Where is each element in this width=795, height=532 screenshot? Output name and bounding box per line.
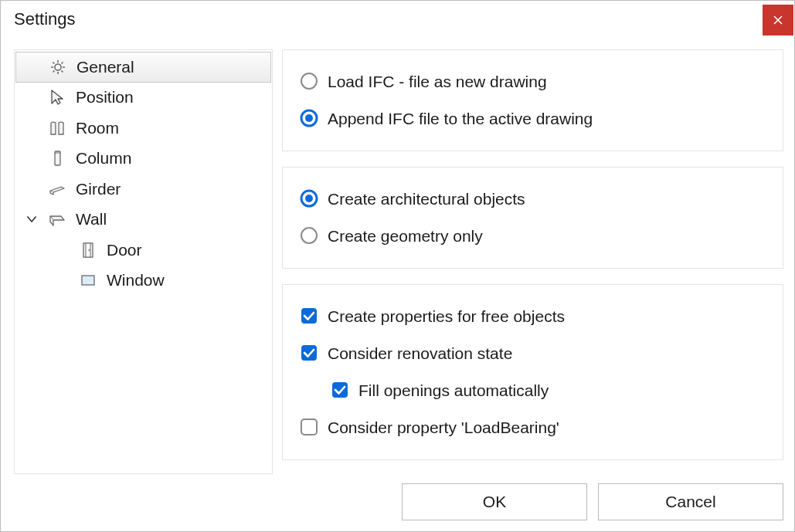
group-create-mode: Create architectural objects Create geom… xyxy=(282,167,783,269)
check-label: Consider property 'LoadBearing' xyxy=(328,419,559,435)
radio-off-icon xyxy=(300,72,318,90)
radio-load-append[interactable]: Append IFC file to the active drawing xyxy=(300,107,766,130)
group-options: Create properties for free objects Consi… xyxy=(282,284,783,460)
tree-item-window[interactable]: Window xyxy=(15,266,272,296)
check-label: Fill openings automatically xyxy=(358,382,549,398)
girder-icon xyxy=(46,178,68,200)
tree-item-wall[interactable]: Wall xyxy=(15,205,272,236)
settings-dialog: Settings General Position Room xyxy=(0,0,795,532)
chevron-down-icon[interactable] xyxy=(25,214,39,225)
radio-label: Load IFC - file as new drawing xyxy=(328,73,547,90)
tree-item-room[interactable]: Room xyxy=(15,113,272,144)
check-consider-renovation[interactable]: Consider renovation state xyxy=(300,342,766,365)
cancel-button[interactable]: Cancel xyxy=(598,483,783,520)
column-icon xyxy=(46,147,68,169)
radio-create-arch[interactable]: Create architectural objects xyxy=(300,188,766,211)
dialog-body: General Position Room Column Girder xyxy=(1,38,794,483)
tree-item-label: Girder xyxy=(76,180,121,198)
tree-item-label: Wall xyxy=(76,210,107,229)
close-button[interactable] xyxy=(763,5,793,36)
close-icon xyxy=(772,14,784,26)
wall-icon xyxy=(46,208,68,230)
tree-item-position[interactable]: Position xyxy=(15,83,272,114)
tree-item-label: General xyxy=(76,58,134,76)
radio-label: Create architectural objects xyxy=(328,191,525,207)
tree-item-column[interactable]: Column xyxy=(15,144,272,175)
radio-on-icon xyxy=(300,109,318,127)
check-create-properties[interactable]: Create properties for free objects xyxy=(300,305,766,328)
options-panel: Load IFC - file as new drawing Append IF… xyxy=(282,49,783,474)
tree-item-label: Column xyxy=(76,149,131,168)
checkbox-on-icon xyxy=(300,307,318,325)
check-fill-openings[interactable]: Fill openings automatically xyxy=(300,379,766,402)
category-tree: General Position Room Column Girder xyxy=(14,49,273,474)
gear-icon xyxy=(47,56,69,78)
cursor-icon xyxy=(46,86,68,108)
checkbox-on-icon xyxy=(300,344,318,362)
tree-item-label: Position xyxy=(76,88,134,107)
tree-item-label: Room xyxy=(76,119,119,137)
checkbox-on-icon xyxy=(331,381,349,399)
check-consider-loadbearing[interactable]: Consider property 'LoadBearing' xyxy=(300,416,766,439)
tree-item-label: Window xyxy=(107,271,165,290)
checkbox-off-icon xyxy=(300,418,318,436)
tree-item-girder[interactable]: Girder xyxy=(15,174,272,205)
group-load-mode: Load IFC - file as new drawing Append IF… xyxy=(282,49,783,151)
button-label: Cancel xyxy=(665,493,715,511)
radio-label: Create geometry only xyxy=(328,228,483,244)
check-label: Create properties for free objects xyxy=(328,308,565,324)
tree-item-label: Door xyxy=(107,241,142,259)
radio-on-icon xyxy=(300,189,318,208)
tree-item-general[interactable]: General xyxy=(15,52,271,83)
radio-off-icon xyxy=(300,226,318,245)
room-icon xyxy=(46,117,68,139)
window-icon xyxy=(77,269,99,291)
ok-button[interactable]: OK xyxy=(402,483,587,520)
door-icon xyxy=(77,239,99,261)
button-label: OK xyxy=(483,493,506,511)
radio-load-new[interactable]: Load IFC - file as new drawing xyxy=(300,70,766,93)
tree-item-door[interactable]: Door xyxy=(15,235,272,266)
dialog-footer: OK Cancel xyxy=(1,483,794,531)
check-label: Consider renovation state xyxy=(328,345,512,361)
titlebar: Settings xyxy=(1,1,794,38)
radio-create-geom[interactable]: Create geometry only xyxy=(300,225,766,248)
dialog-title: Settings xyxy=(14,9,76,29)
radio-label: Append IFC file to the active drawing xyxy=(328,110,593,127)
